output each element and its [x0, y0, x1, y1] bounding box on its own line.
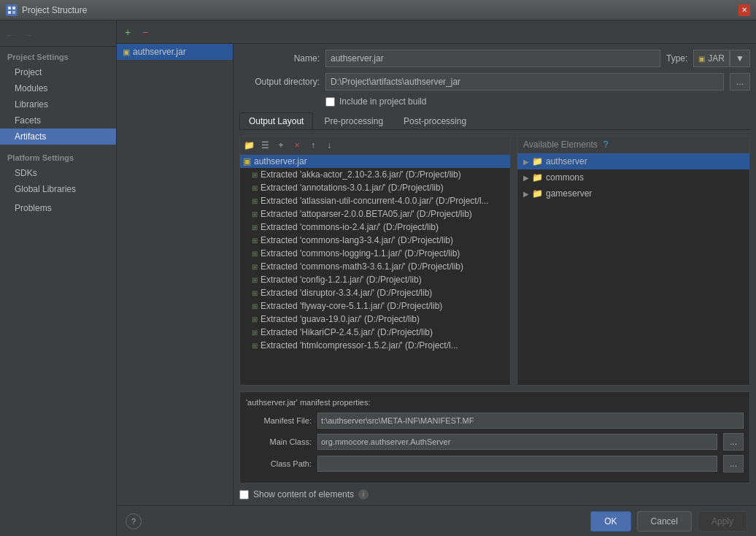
tree-item[interactable]: ⊞ Extracted 'commons-io-2.4.jar/' (D:/Pr… — [240, 221, 510, 234]
tree-item[interactable]: ⊞ Extracted 'attoparser-2.0.0.BETA05.jar… — [240, 207, 510, 221]
tree-item[interactable]: ⊞ Extracted 'flyway-core-5.1.1.jar/' (D:… — [240, 299, 510, 313]
main-class-label: Main Class: — [246, 437, 312, 446]
type-selector: ▣ JAR ▼ — [693, 50, 750, 67]
class-path-input[interactable] — [317, 456, 717, 472]
tree-list-btn[interactable]: ☰ — [258, 138, 272, 153]
bottom-left: ? — [126, 513, 142, 529]
tab-post-processing[interactable]: Post-processing — [394, 112, 476, 129]
chevron-icon-0: ▶ — [523, 158, 529, 166]
available-item-gameserver[interactable]: ▶ 📁 gameserver — [517, 185, 749, 202]
tree-item[interactable]: ⊞ Extracted 'annotations-3.0.1.jar/' (D:… — [240, 181, 510, 194]
available-item-authserver[interactable]: ▶ 📁 authserver — [517, 153, 749, 169]
extract-icon-10: ⊞ — [252, 302, 258, 310]
project-settings-header: Project Settings — [0, 47, 116, 64]
tree-folder-btn[interactable]: 📁 — [242, 138, 256, 153]
manifest-section: 'authserver.jar' manifest properties: Ma… — [239, 391, 750, 483]
available-elements-panel: Available Elements ? ▶ 📁 authserver ▶ 📁 … — [517, 136, 750, 386]
output-dir-label: Output directory: — [239, 77, 320, 87]
svg-rect-4 — [12, 11, 15, 14]
svg-rect-3 — [8, 11, 11, 14]
extract-icon-0: ⊞ — [252, 171, 258, 179]
sidebar-item-global-libraries[interactable]: Global Libraries — [0, 181, 116, 197]
extract-icon-5: ⊞ — [252, 237, 258, 245]
tree-item[interactable]: ⊞ Extracted 'commons-logging-1.1.jar/' (… — [240, 247, 510, 260]
tree-item[interactable]: ⊞ Extracted 'commons-lang3-3.4.jar/' (D:… — [240, 234, 510, 247]
tree-item[interactable]: ⊞ Extracted 'HikariCP-2.4.5.jar/' (D:/Pr… — [240, 326, 510, 339]
tree-up-btn[interactable]: ↑ — [306, 138, 320, 153]
apply-button[interactable]: Apply — [698, 511, 747, 532]
class-path-row: Class Path: ... — [246, 455, 744, 472]
name-row: Name: Type: ▣ JAR ▼ — [239, 50, 750, 67]
tree-toolbar: 📁 ☰ + × ↑ ↓ — [240, 137, 510, 155]
svg-rect-0 — [6, 4, 18, 16]
back-button[interactable]: ← — [3, 27, 19, 43]
extract-icon-11: ⊞ — [252, 315, 258, 323]
app-icon — [6, 4, 18, 16]
tree-remove-btn[interactable]: × — [290, 138, 304, 153]
remove-artifact-button[interactable]: − — [137, 24, 153, 40]
output-dir-input[interactable] — [325, 73, 724, 91]
type-dropdown-button[interactable]: ▼ — [730, 50, 750, 67]
right-panel: Name: Type: ▣ JAR ▼ Output directory: — [234, 44, 756, 505]
jar-icon: ▣ — [123, 47, 130, 57]
forward-button[interactable]: → — [20, 27, 36, 43]
manifest-file-input[interactable] — [317, 413, 744, 429]
sidebar-item-problems[interactable]: Problems — [0, 200, 116, 216]
close-button[interactable]: ✕ — [738, 4, 750, 16]
sidebar: ← → Project Settings Project Modules Lib… — [0, 20, 117, 536]
tab-pre-processing[interactable]: Pre-processing — [315, 112, 393, 129]
jar-type-icon: ▣ — [698, 55, 705, 63]
include-checkbox-label[interactable]: Include in project build — [339, 96, 426, 107]
sidebar-item-sdks[interactable]: SDKs — [0, 165, 116, 181]
module-icon-0: 📁 — [532, 156, 543, 166]
title-bar: Project Structure ✕ — [0, 0, 756, 20]
sidebar-item-artifacts[interactable]: Artifacts — [0, 129, 116, 145]
chevron-icon-1: ▶ — [523, 174, 529, 182]
tree-item[interactable]: ⊞ Extracted 'guava-19.0.jar/' (D:/Projec… — [240, 313, 510, 326]
tree-item[interactable]: ⊞ Extracted 'commons-math3-3.6.1.jar/' (… — [240, 260, 510, 273]
svg-rect-2 — [12, 7, 15, 9]
tree-down-btn[interactable]: ↓ — [322, 138, 336, 153]
ok-button[interactable]: OK — [590, 511, 630, 532]
sidebar-nav: ← → — [0, 23, 116, 47]
main-container: ← → Project Settings Project Modules Lib… — [0, 20, 756, 536]
show-content-info-icon: i — [358, 489, 369, 499]
output-dir-browse-button[interactable]: ... — [730, 73, 750, 91]
platform-settings-header: Platform Settings — [0, 148, 116, 165]
sidebar-item-facets[interactable]: Facets — [0, 112, 116, 129]
tree-item[interactable]: ⊞ Extracted 'disruptor-3.3.4.jar/' (D:/P… — [240, 286, 510, 299]
tree-add-btn[interactable]: + — [274, 138, 288, 153]
available-item-commons[interactable]: ▶ 📁 commons — [517, 169, 749, 185]
tree-item[interactable]: ⊞ Extracted 'akka-actor_2.10-2.3.6.jar/'… — [240, 168, 510, 181]
artifact-list-item[interactable]: ▣ authserver.jar — [117, 44, 233, 60]
show-content-label[interactable]: Show content of elements — [253, 489, 354, 499]
class-path-browse-button[interactable]: ... — [723, 455, 744, 472]
tree-item[interactable]: ⊞ Extracted 'config-1.2.1.jar/' (D:/Proj… — [240, 273, 510, 286]
tabs-bar: Output Layout Pre-processing Post-proces… — [239, 112, 750, 130]
window-title: Project Structure — [22, 5, 738, 15]
name-input[interactable] — [325, 50, 660, 67]
sidebar-item-libraries[interactable]: Libraries — [0, 96, 116, 112]
show-content-checkbox[interactable] — [239, 490, 249, 499]
main-class-browse-button[interactable]: ... — [723, 433, 744, 451]
sidebar-item-modules[interactable]: Modules — [0, 80, 116, 96]
extract-icon-4: ⊞ — [252, 223, 258, 231]
available-help-icon[interactable]: ? — [603, 139, 609, 150]
main-class-input[interactable] — [317, 434, 717, 450]
tree-item[interactable]: ⊞ Extracted 'htmlcompressor-1.5.2.jar/' … — [240, 339, 510, 352]
module-icon-1: 📁 — [532, 172, 543, 183]
add-artifact-button[interactable]: + — [120, 24, 136, 40]
tree-item[interactable]: ⊞ Extracted 'atlassian-util-concurrent-4… — [240, 194, 510, 207]
tree-root-item[interactable]: ▣ authserver.jar — [240, 155, 510, 168]
help-button[interactable]: ? — [126, 513, 142, 529]
extract-icon-9: ⊞ — [252, 289, 258, 297]
svg-rect-1 — [8, 7, 11, 9]
sidebar-item-project[interactable]: Project — [0, 64, 116, 80]
extract-icon-3: ⊞ — [252, 210, 258, 218]
extract-icon-6: ⊞ — [252, 250, 258, 258]
extract-icon-8: ⊞ — [252, 276, 258, 284]
tab-output-layout[interactable]: Output Layout — [239, 112, 313, 129]
manifest-title: 'authserver.jar' manifest properties: — [246, 398, 744, 407]
cancel-button[interactable]: Cancel — [637, 511, 692, 532]
include-checkbox[interactable] — [325, 97, 335, 107]
